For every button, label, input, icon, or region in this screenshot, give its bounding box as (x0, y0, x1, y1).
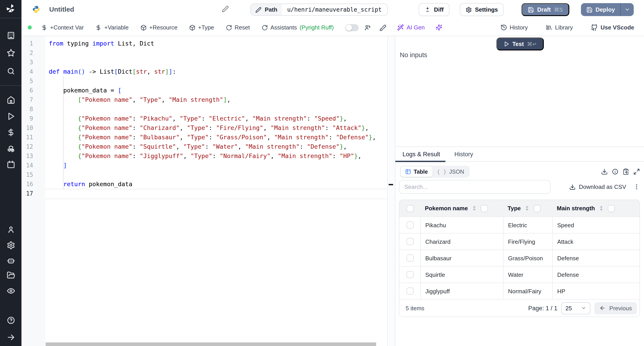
settings-button[interactable]: Settings (460, 3, 504, 16)
diff-button[interactable]: Diff (419, 3, 450, 16)
history-button[interactable]: History (500, 24, 528, 31)
schedules-calendar-icon[interactable] (5, 159, 16, 170)
code-line[interactable]: 13 {"Pokemon name": "Jigglypuff", "Type"… (22, 151, 387, 161)
add-type-button[interactable]: +Type (189, 24, 214, 31)
code-editor[interactable]: 1from typing import List, Dict234def mai… (22, 36, 395, 346)
code-line[interactable]: 10 {"Pokemon name": "Charizard", "Type":… (22, 123, 387, 133)
add-resource-button[interactable]: +Resource (140, 24, 177, 31)
column-filter-checkbox[interactable] (608, 205, 615, 212)
account-user-icon[interactable] (5, 224, 16, 235)
search-icon[interactable] (5, 66, 16, 76)
clipboard-copy-icon[interactable] (622, 168, 629, 175)
deploy-dropdown-button[interactable] (621, 3, 634, 16)
download-icon[interactable] (601, 168, 608, 175)
edit-summary-pencil-icon[interactable] (222, 5, 229, 12)
editor-horizontal-scrollbar[interactable] (46, 343, 376, 346)
code-line[interactable]: 16 return pokemon_data (22, 179, 387, 189)
windmill-logo-icon[interactable] (5, 3, 16, 14)
path-value[interactable]: u/henri/maneuverable_script (282, 4, 387, 15)
code-line[interactable]: 8 (22, 104, 387, 114)
column-filter-checkbox[interactable] (481, 205, 488, 212)
code-line[interactable]: 3 (22, 58, 387, 67)
view-json-option[interactable]: { } JSON (432, 167, 468, 177)
format-brush-icon[interactable] (379, 24, 386, 31)
page-size-select[interactable]: 25 (562, 302, 590, 314)
sort-icon[interactable] (524, 205, 530, 211)
code-line[interactable]: 11 {"Pokemon name": "Bulbasaur", "Type":… (22, 133, 387, 142)
table-row[interactable]: JigglypuffNormal/FairyHP (399, 283, 640, 299)
code-line[interactable]: 2 (22, 48, 387, 58)
deploy-button[interactable]: Deploy (581, 3, 620, 16)
table-header-row: Pokemon nameTypeMain strength (399, 200, 640, 216)
tab-history[interactable]: History (447, 147, 480, 161)
code-line[interactable]: 4def main() -> List[Dict[str, str]]: (22, 67, 387, 76)
sort-icon[interactable] (598, 205, 604, 211)
add-variable-button[interactable]: +Variable (96, 24, 129, 31)
audit-eye-icon[interactable] (5, 285, 16, 296)
home-icon[interactable] (5, 94, 16, 105)
test-button[interactable]: Test ⌘↵ (496, 37, 544, 50)
select-all-checkbox[interactable] (406, 205, 414, 212)
variables-dollar-icon[interactable] (5, 127, 16, 138)
favorites-star-icon[interactable] (5, 47, 16, 58)
resources-boxes-icon[interactable] (5, 143, 16, 154)
row-checkbox[interactable] (406, 238, 414, 245)
sparkles-icon[interactable] (435, 24, 442, 31)
more-options-kebab-icon[interactable] (633, 183, 640, 190)
draft-button[interactable]: Draft ⌘S (522, 3, 569, 16)
view-table-option[interactable]: Table (401, 167, 432, 177)
code-line[interactable]: 5 (22, 76, 387, 86)
workspace-icon[interactable] (5, 30, 16, 41)
play-icon (503, 41, 509, 47)
row-checkbox[interactable] (406, 221, 414, 229)
collapse-arrow-right-icon[interactable] (5, 332, 16, 343)
code-lines[interactable]: 1from typing import List, Dict234def mai… (22, 39, 387, 198)
code-line[interactable]: 6 pokemon_data = [ (22, 86, 387, 95)
code-line[interactable]: 15 (22, 170, 387, 179)
multiplayer-toggle[interactable] (345, 24, 359, 31)
package-icon (140, 24, 146, 31)
ai-gen-button[interactable]: AI Gen (397, 24, 425, 31)
use-vscode-button[interactable]: Use VScode (591, 24, 634, 31)
sort-icon[interactable] (471, 205, 477, 211)
row-checkbox[interactable] (406, 271, 414, 278)
line-number: 10 (22, 123, 45, 133)
table-row[interactable]: PikachuElectricSpeed (399, 216, 640, 233)
multiplayer-users-icon[interactable] (364, 24, 371, 31)
code-line[interactable]: 17 (22, 189, 387, 198)
chevron-down-icon (581, 305, 586, 311)
code-line[interactable]: 9 {"Pokemon name": "Pikachu", "Type": "E… (22, 114, 387, 123)
previous-page-button[interactable]: Previous (594, 302, 637, 314)
expand-icon[interactable] (633, 168, 640, 175)
table-row[interactable]: SquirtleWaterDefense (399, 266, 640, 283)
line-number: 11 (22, 133, 45, 142)
table-cell: Charizard (420, 233, 503, 250)
table-cell: Pikachu (420, 217, 503, 233)
code-line[interactable]: 1from typing import List, Dict (22, 39, 387, 48)
table-row[interactable]: CharizardFire/FlyingAttack (399, 233, 640, 250)
deploy-button-group: Deploy (581, 3, 634, 16)
add-context-var-button[interactable]: +Context Var (41, 24, 84, 31)
code-line[interactable]: 12 {"Pokemon name": "Squirtle", "Type": … (22, 142, 387, 151)
settings-gear-icon[interactable] (5, 240, 16, 250)
path-field[interactable]: Path u/henri/maneuverable_script (250, 3, 388, 16)
row-checkbox[interactable] (406, 288, 414, 295)
folders-icon[interactable] (5, 270, 16, 280)
table-row[interactable]: BulbasaurGrass/PoisonDefense (399, 250, 640, 266)
info-icon[interactable] (612, 168, 618, 175)
download-csv-button[interactable]: Download as CSV (569, 183, 626, 190)
code-line[interactable]: 7 ["Pokemon name", "Type", "Main strengt… (22, 95, 387, 104)
code-line[interactable]: 14 ] (22, 161, 387, 170)
cursor-position-mark (389, 184, 393, 185)
row-checkbox[interactable] (406, 254, 414, 262)
reset-button[interactable]: Reset (226, 24, 250, 31)
runs-play-icon[interactable] (5, 111, 16, 121)
tab-logs-result[interactable]: Logs & Result (395, 147, 447, 161)
assistants-button[interactable]: Assistants (Pyright Ruff) (262, 24, 334, 31)
search-input[interactable] (399, 180, 550, 194)
help-icon[interactable] (5, 315, 16, 326)
editor-overview-ruler[interactable] (387, 36, 395, 346)
library-button[interactable]: Library (546, 24, 573, 31)
column-filter-checkbox[interactable] (534, 205, 541, 212)
workers-robot-icon[interactable] (5, 255, 16, 266)
